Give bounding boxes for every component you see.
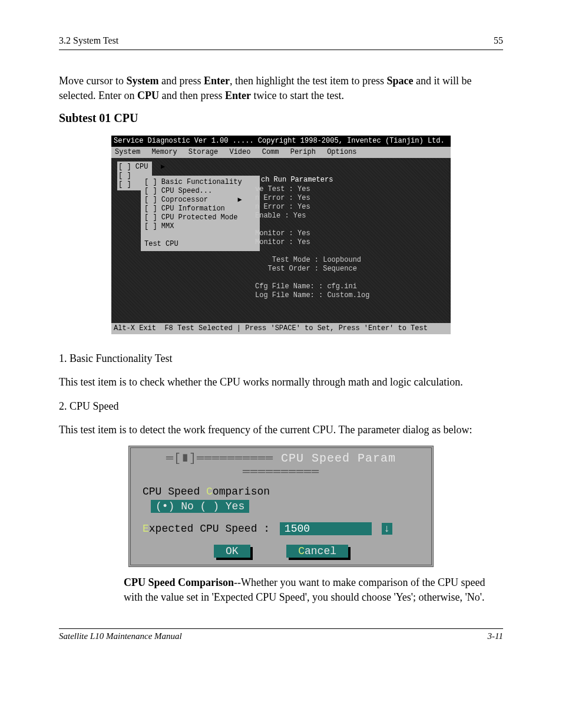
ss-body: [ ] CPU ▶ [ ] [ ] [ ] Basic Functionalit…: [111, 158, 451, 323]
item1-title: 1. Basic Functionality Test: [59, 351, 503, 366]
cancel-rest: ancel: [305, 545, 336, 557]
dlg-radio-no-yes[interactable]: (•) No ( ) Yes: [151, 500, 249, 513]
intro-t3: , then highlight the test item to press: [230, 75, 386, 87]
item1-desc: This test item is to check whether the C…: [59, 374, 503, 390]
dlg-buttons: OK Cancel: [131, 545, 431, 558]
cpu-speed-param-dialog: CPU Speed Param CPU Speed Comparison (•)…: [128, 446, 434, 567]
kw-cpu: CPU: [137, 90, 159, 101]
cancel-hot: C: [298, 545, 305, 557]
intro-t6: twice to start the test.: [251, 90, 344, 101]
top-rule: [59, 50, 503, 50]
intro-t5: and then press: [159, 90, 225, 101]
item2-title: 2. CPU Speed: [59, 398, 503, 414]
cancel-button[interactable]: Cancel: [286, 545, 348, 558]
dlg-row-comparison: CPU Speed Comparison: [131, 485, 431, 499]
kw-system: System: [126, 75, 158, 87]
ss-menubar: System Memory Storage Video Comm Periph …: [111, 147, 451, 158]
ss-submenu[interactable]: [ ] Basic Functionality [ ] CPU Speed...…: [141, 176, 260, 251]
dialog-title: CPU Speed Param: [131, 450, 431, 479]
menu-periph[interactable]: Periph: [290, 148, 316, 156]
intro-paragraph: Move cursor to System and press Enter, t…: [59, 74, 503, 103]
diagnostic-screenshot: Service Diagnostic Ver 1.00 ..... Copyri…: [111, 136, 451, 334]
dlg-hot-e: E: [143, 523, 149, 535]
dlg-row-expected: Expected CPU Speed : 1500 ↓: [131, 521, 431, 536]
footer-left: Satellite L10 Maintenance Manual: [59, 631, 182, 641]
menu-video[interactable]: Video: [229, 148, 250, 156]
menu-memory[interactable]: Memory: [151, 148, 177, 156]
post-lead: CPU Speed Comparison: [124, 577, 234, 588]
menu-options[interactable]: Options: [327, 148, 356, 156]
dlg-row-radio: (•) No ( ) Yes: [131, 499, 431, 514]
footer-right: 3-11: [488, 631, 503, 641]
post-paragraph: CPU Speed Comparison--Whether you want t…: [124, 575, 503, 605]
intro-t1: Move cursor to: [59, 75, 126, 87]
ok-button[interactable]: OK: [214, 545, 250, 558]
dlg-hot-c: C: [206, 486, 213, 498]
menu-storage[interactable]: Storage: [189, 148, 218, 156]
menu-system[interactable]: System: [115, 148, 140, 156]
menu-comm[interactable]: Comm: [262, 148, 279, 156]
page-footer: Satellite L10 Maintenance Manual 3-11: [59, 628, 503, 641]
dlg-label1b: omparison: [213, 486, 270, 498]
ss-panel-title: ch Run Parameters: [261, 176, 333, 185]
header-left: 3.2 System Test: [59, 35, 118, 46]
ss-panel: ve Test : Yes n Error : Yes n Error : Ye…: [255, 185, 369, 300]
ss-titlebar: Service Diagnostic Ver 1.00 ..... Copyri…: [111, 136, 451, 147]
dlg-label1a: CPU Speed: [143, 486, 206, 498]
dlg-label2: xpected CPU Speed :: [149, 523, 270, 535]
ss-statusbar: Alt-X Exit F8 Test Selected | Press 'SPA…: [111, 323, 451, 334]
item2-desc: This test item is to detect the work fre…: [59, 422, 503, 437]
subtest-heading: Subtest 01 CPU: [59, 111, 503, 125]
spin-down-icon[interactable]: ↓: [382, 523, 392, 535]
header-right: 55: [494, 35, 503, 46]
intro-t2: and press: [158, 75, 203, 87]
kw-enter2: Enter: [225, 90, 251, 101]
expected-cpu-speed-field[interactable]: 1500: [280, 522, 372, 535]
kw-enter1: Enter: [204, 75, 230, 87]
kw-space: Space: [386, 75, 413, 87]
